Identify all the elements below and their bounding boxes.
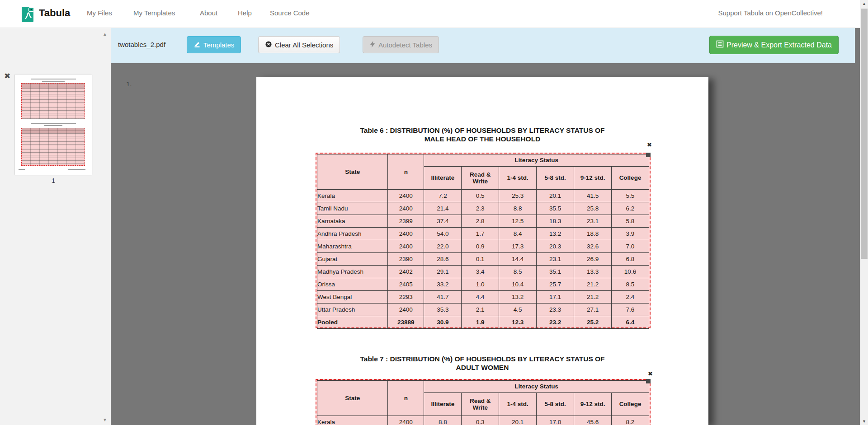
table-row: Maharashtra240022.00.917.320.332.67.0 xyxy=(317,240,649,253)
autodetect-tables-button[interactable]: Autodetect Tables xyxy=(363,36,439,53)
tabula-logo-icon[interactable] xyxy=(21,5,35,24)
table-cell: Orissa xyxy=(317,278,388,291)
remove-page-icon[interactable]: ✖ xyxy=(4,71,10,81)
thumbnail-title-line xyxy=(31,123,76,124)
table-cell: 17.3 xyxy=(499,240,537,253)
table-cell: 29.1 xyxy=(424,266,462,278)
export-table-icon xyxy=(716,40,724,50)
table-cell: 35.3 xyxy=(424,304,462,316)
table-cell: 5.5 xyxy=(612,190,649,202)
thumbnail-title-line xyxy=(31,79,76,79)
table-cell: 20.1 xyxy=(537,190,574,202)
table-cell: West Bengal xyxy=(317,291,388,304)
table-cell: 2400 xyxy=(388,416,424,425)
table-cell: 13.3 xyxy=(574,266,612,278)
nav-item-source-code[interactable]: Source Code xyxy=(270,9,310,17)
nav-item-my-files[interactable]: My Files xyxy=(87,9,112,17)
nav-item-my-templates[interactable]: My Templates xyxy=(133,9,175,17)
table-cell: 13.2 xyxy=(499,291,537,304)
clear-button-label: Clear All Selections xyxy=(275,41,333,49)
table-cell: 17.0 xyxy=(537,416,574,425)
col-header: 5-8 std. xyxy=(537,167,574,190)
table-cell: 0.9 xyxy=(462,240,499,253)
export-button-label: Preview & Export Extracted Data xyxy=(726,41,832,49)
table7-selection[interactable]: StatenLiteracy StatusIlliterateRead & Wr… xyxy=(316,379,651,425)
selection6-close-icon[interactable]: ✖ xyxy=(647,141,652,148)
col-header-state: State xyxy=(317,381,388,416)
nav-item-about[interactable]: About xyxy=(200,9,217,17)
col-header-n: n xyxy=(388,154,424,190)
table-cell: 21.2 xyxy=(574,278,612,291)
scrollbar-down-icon[interactable]: ▼ xyxy=(860,419,868,424)
table-row: Uttar Pradesh240035.32.14.523.327.17.6 xyxy=(317,304,649,316)
table-cell: 3.9 xyxy=(612,228,649,240)
support-link[interactable]: Support Tabula on OpenCollective! xyxy=(718,9,823,17)
table-cell: Madhya Pradesh xyxy=(317,266,388,278)
scrollbar-thumb[interactable] xyxy=(861,9,868,259)
selection7-resize-handle[interactable] xyxy=(646,379,651,383)
page-index-marker: 1. xyxy=(126,80,132,88)
sidebar-scroll-down-icon[interactable]: ▼ xyxy=(100,417,109,422)
table-cell: 13.2 xyxy=(537,228,574,240)
table-row: Kerala24008.80.320.117.045.68.2 xyxy=(317,416,649,425)
table-cell: Kerala xyxy=(317,416,388,425)
table-cell: 22.0 xyxy=(424,240,462,253)
table-cell: 23.1 xyxy=(574,215,612,228)
preview-export-button[interactable]: Preview & Export Extracted Data xyxy=(709,36,839,54)
table-cell: 45.6 xyxy=(574,416,612,425)
thumbnail-footer-line xyxy=(68,169,85,170)
lightning-bolt-icon xyxy=(369,41,376,49)
brand-name[interactable]: Tabula xyxy=(39,7,70,19)
table-cell: 25.2 xyxy=(574,316,612,329)
selection6-resize-handle[interactable] xyxy=(646,153,651,157)
table7-title: Table 7 : DISTRIBUTION (%) OF HOUSEHOLDS… xyxy=(256,355,708,372)
table-cell: 8.5 xyxy=(499,266,537,278)
table-cell: 21.2 xyxy=(574,291,612,304)
table-cell: 2400 xyxy=(388,304,424,316)
col-header: College xyxy=(612,393,649,416)
selection7-close-icon[interactable]: ✖ xyxy=(648,370,653,377)
thumbnail-sidebar: ✖ 1 ▲ ▼ xyxy=(0,28,111,425)
table-cell: 25.3 xyxy=(499,190,537,202)
table-row: Kerala24007.20.525.320.141.55.5 xyxy=(317,190,649,202)
scrollbar-up-icon[interactable]: ▲ xyxy=(860,1,868,6)
col-header: Illiterate xyxy=(424,393,462,416)
pdf-viewer-area: twotables_2.pdf Templates Clear All Sele… xyxy=(111,28,860,425)
col-header: 1-4 std. xyxy=(499,167,537,190)
nav-item-help[interactable]: Help xyxy=(238,9,252,17)
table-cell: 32.6 xyxy=(574,240,612,253)
table-cell: 2.4 xyxy=(612,291,649,304)
clear-all-selections-button[interactable]: Clear All Selections xyxy=(258,36,340,53)
table-cell: 6.8 xyxy=(612,253,649,266)
window-scrollbar[interactable]: ▲ ▼ xyxy=(860,0,868,425)
thumbnail-selection-1[interactable] xyxy=(21,83,85,119)
col-header-state: State xyxy=(317,154,388,190)
table-cell: 25.7 xyxy=(537,278,574,291)
table-cell: Karnataka xyxy=(317,215,388,228)
templates-button-label: Templates xyxy=(203,41,234,49)
table-cell: 7.6 xyxy=(612,304,649,316)
table-cell: 0.5 xyxy=(462,190,499,202)
table-cell: 8.2 xyxy=(612,416,649,425)
table-row: Madhya Pradesh240229.13.48.535.113.310.6 xyxy=(317,266,649,278)
table6-selection[interactable]: StatenLiteracy StatusIlliterateRead & Wr… xyxy=(316,153,651,328)
templates-button[interactable]: Templates xyxy=(187,36,241,53)
thumbnail-selection-2[interactable] xyxy=(21,128,85,166)
table-row: Tamil Nadu240021.42.38.835.525.86.2 xyxy=(317,202,649,215)
table-cell: 8.5 xyxy=(612,278,649,291)
col-header: 9-12 std. xyxy=(574,167,612,190)
col-group-literacy-status: Literacy Status xyxy=(424,381,649,393)
table-cell: 0.3 xyxy=(462,416,499,425)
table-cell: 10.6 xyxy=(612,266,649,278)
col-header: 9-12 std. xyxy=(574,393,612,416)
table-cell: Tamil Nadu xyxy=(317,202,388,215)
col-group-literacy-status: Literacy Status xyxy=(424,154,649,167)
sidebar-scroll-up-icon[interactable]: ▲ xyxy=(100,32,109,37)
page-thumbnail[interactable] xyxy=(15,75,92,175)
table-cell: 41.5 xyxy=(574,190,612,202)
pdf-page[interactable]: Table 6 : DISTRIBUTION (%) OF HOUSEHOLDS… xyxy=(256,77,708,425)
table-cell: 20.1 xyxy=(499,416,537,425)
table-cell: 2.1 xyxy=(462,304,499,316)
table-cell: 0.1 xyxy=(462,253,499,266)
table-row: Karnataka239937.42.812.518.323.15.8 xyxy=(317,215,649,228)
